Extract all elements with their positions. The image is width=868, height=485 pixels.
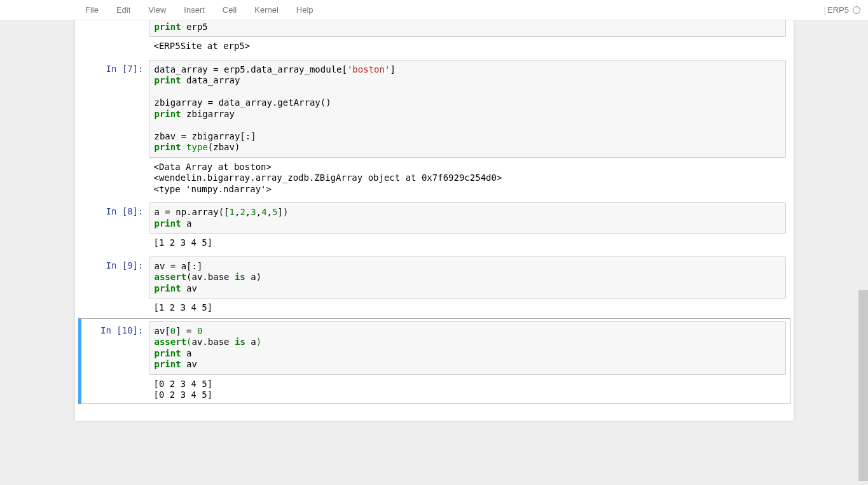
code-input[interactable]: data_array = erp5.data_array_module['bos… — [149, 60, 786, 158]
menu-view[interactable]: View — [139, 0, 175, 20]
code-cell[interactable]: In [7]:data_array = erp5.data_array_modu… — [78, 57, 790, 199]
code-cell[interactable]: In [9]:av = a[:] assert(av.base is a) pr… — [78, 253, 790, 317]
prompt-label: In [8]: — [79, 202, 149, 249]
code-input[interactable]: av = a[:] assert(av.base is a) print av — [149, 257, 786, 299]
prompt-label: In [7]: — [79, 60, 149, 195]
menu-kernel[interactable]: Kernel — [245, 0, 287, 20]
notebook-container: In [6]:erp5 = context print erp5<ERP5Sit… — [75, 20, 794, 421]
cell-output: [0 2 3 4 5] [0 2 3 4 5] — [149, 375, 786, 401]
menu-help[interactable]: Help — [287, 0, 322, 20]
menubar: File Edit View Insert Cell Kernel Help |… — [0, 0, 868, 20]
menu-insert[interactable]: Insert — [175, 0, 214, 20]
code-cell[interactable]: In [10]:av[0] = 0 assert(av.base is a) p… — [78, 318, 790, 404]
vertical-scrollbar[interactable] — [858, 290, 868, 481]
code-cell[interactable]: In [8]:a = np.array([1,2,3,4,5]) print a… — [78, 199, 790, 252]
cell-body: av = a[:] assert(av.base is a) print av[… — [149, 257, 790, 314]
cell-output: <ERP5Site at erp5> — [149, 37, 786, 52]
kernel-status: | ERP5 — [823, 5, 860, 15]
code-input[interactable]: a = np.array([1,2,3,4,5]) print a — [149, 202, 786, 234]
cell-output: [1 2 3 4 5] — [149, 234, 786, 249]
menubar-left: File Edit View Insert Cell Kernel Help — [76, 0, 322, 20]
kernel-name-label: ERP5 — [827, 5, 849, 15]
cell-output: <Data Array at boston> <wendelin.bigarra… — [149, 158, 786, 195]
cell-body: av[0] = 0 assert(av.base is a) print a p… — [149, 321, 790, 401]
kernel-idle-icon — [853, 6, 860, 14]
menu-edit[interactable]: Edit — [107, 0, 139, 20]
cell-body: data_array = erp5.data_array_module['bos… — [149, 60, 790, 195]
code-input[interactable]: av[0] = 0 assert(av.base is a) print a p… — [149, 321, 786, 375]
cell-body: a = np.array([1,2,3,4,5]) print a[1 2 3 … — [149, 202, 790, 249]
kernel-separator: | — [823, 5, 826, 15]
prompt-label: In [9]: — [79, 257, 149, 314]
page-background: In [6]:erp5 = context print erp5<ERP5Sit… — [0, 20, 868, 485]
menu-cell[interactable]: Cell — [214, 0, 245, 20]
menu-file[interactable]: File — [76, 0, 107, 20]
cell-output: [1 2 3 4 5] — [149, 299, 786, 314]
prompt-label: In [10]: — [79, 321, 149, 401]
